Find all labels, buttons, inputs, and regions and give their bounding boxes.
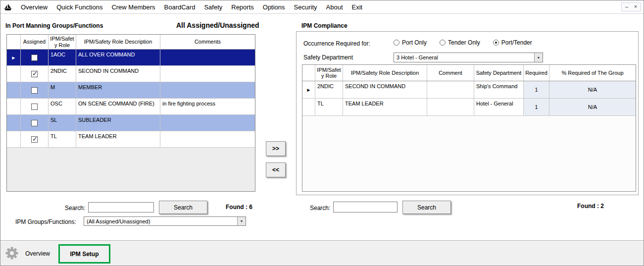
menu-item-crew-members[interactable]: Crew Members	[107, 1, 159, 13]
table-row[interactable]: 2NDIC SECOND IN COMMAND	[7, 66, 255, 82]
dropdown-arrow-icon[interactable]: ▼	[534, 53, 543, 62]
comment-cell[interactable]	[427, 99, 474, 116]
assigned-checkbox[interactable]	[31, 136, 38, 143]
menu-item-reports[interactable]: Reports	[227, 1, 258, 13]
role-cell[interactable]: TL	[315, 99, 343, 116]
radio-button-icon[interactable]	[440, 40, 446, 46]
assigned-cell[interactable]	[21, 131, 49, 148]
description-cell[interactable]: SECOND IN COMMAND	[76, 66, 160, 82]
menu-item-options[interactable]: Options	[258, 1, 290, 13]
table-row[interactable]: TL TEAM LEADER	[7, 131, 255, 148]
compliance-grid-header: IPM/Safety Role IPM/Safety Role Descript…	[302, 65, 636, 81]
pct-required-cell[interactable]: N/A	[549, 99, 636, 116]
department-cell[interactable]: Hotel - General	[474, 99, 524, 116]
assigned-cell[interactable]	[21, 115, 49, 131]
required-cell[interactable]: 1	[524, 99, 549, 116]
row-selector-cell[interactable]	[7, 82, 21, 99]
close-button[interactable]: ×	[632, 3, 640, 10]
table-row[interactable]: ► 1AOC ALL OVER COMMAND	[7, 50, 255, 66]
assigned-checkbox[interactable]	[31, 71, 38, 77]
assigned-cell[interactable]	[21, 99, 49, 115]
roles-grid-header: Assigned IPM/Safety Role IPM/Safety Role…	[7, 35, 255, 50]
description-cell[interactable]: TEAM LEADER	[343, 99, 427, 116]
table-row[interactable]: TL TEAM LEADER Hotel - General 1 N/A	[302, 99, 636, 116]
gear-icon	[4, 246, 19, 263]
row-selector-cell[interactable]: ►	[7, 50, 21, 66]
role-cell[interactable]: 1AOC	[49, 50, 76, 66]
role-cell[interactable]: SL	[49, 115, 76, 131]
assigned-checkbox[interactable]	[31, 104, 38, 110]
table-row[interactable]: SL SUBLEADER	[7, 115, 255, 131]
move-right-button[interactable]: >>	[266, 141, 286, 156]
assigned-cell[interactable]	[21, 82, 49, 99]
role-cell[interactable]: OSC	[49, 99, 76, 115]
description-cell[interactable]: ALL OVER COMMAND	[76, 50, 160, 66]
tab-overview[interactable]: Overview	[25, 250, 50, 257]
menu-item-safety[interactable]: Safety	[199, 1, 227, 13]
description-cell[interactable]: ON SCENE COMMAND (FIRE)	[76, 99, 160, 115]
move-left-button[interactable]: <<	[266, 162, 286, 177]
assigned-checkbox[interactable]	[31, 54, 38, 61]
right-search-button[interactable]: Search	[402, 201, 451, 214]
safety-department-select[interactable]: 3 Hotel - General ▼	[394, 53, 543, 62]
assigned-checkbox[interactable]	[31, 120, 38, 126]
row-selector-cell[interactable]: ►	[302, 81, 315, 99]
dropdown-arrow-icon[interactable]: ▼	[237, 217, 246, 225]
radio-button-icon[interactable]	[394, 40, 399, 46]
radio-button-icon[interactable]	[493, 40, 499, 46]
safety-department-label: Safety Department	[303, 54, 353, 61]
description-cell[interactable]: TEAM LEADER	[76, 131, 160, 148]
comments-cell[interactable]	[160, 50, 255, 66]
minimize-button[interactable]: –	[623, 3, 631, 10]
header-comment: Comment	[427, 65, 474, 81]
role-cell[interactable]: 2NDIC	[315, 81, 343, 99]
radio-port-only[interactable]: Port Only	[394, 39, 427, 46]
menu-item-overview[interactable]: Overview	[16, 1, 52, 13]
table-row[interactable]: OSC ON SCENE COMMAND (FIRE) in fire figh…	[7, 99, 255, 115]
right-search-input[interactable]	[333, 202, 397, 213]
role-cell[interactable]: M	[49, 82, 76, 99]
pct-required-cell[interactable]: N/A	[549, 81, 636, 99]
assigned-cell[interactable]	[21, 66, 49, 82]
row-selector-cell[interactable]	[7, 66, 21, 82]
comments-cell[interactable]	[160, 66, 255, 82]
assigned-cell[interactable]	[21, 50, 49, 66]
right-search-label: Search:	[310, 205, 330, 212]
radio-tender-only[interactable]: Tender Only	[440, 39, 480, 46]
radio-port-tender[interactable]: Port/Tender	[493, 39, 532, 46]
description-cell[interactable]: SUBLEADER	[76, 115, 160, 131]
role-cell[interactable]: TL	[49, 131, 76, 148]
compliance-grid: IPM/Safety Role IPM/Safety Role Descript…	[302, 64, 636, 192]
comments-cell[interactable]	[160, 115, 255, 131]
row-selector-cell[interactable]	[7, 99, 21, 115]
row-selector-cell[interactable]	[302, 99, 315, 116]
menu-item-exit[interactable]: Exit	[347, 1, 367, 13]
description-cell[interactable]: MEMBER	[76, 82, 160, 99]
header-required: Required	[524, 65, 549, 81]
table-row[interactable]: ► 2NDIC SECOND IN COMMAND Ship's Command…	[302, 81, 636, 99]
table-row[interactable]: M MEMBER	[7, 82, 255, 99]
menu-item-quick-functions[interactable]: Quick Functions	[52, 1, 107, 13]
menu-item-boardcard[interactable]: BoardCard	[160, 1, 200, 13]
tab-ipm-setup-label: IPM Setup	[70, 251, 99, 258]
comment-cell[interactable]	[427, 81, 474, 99]
ipm-groups-select[interactable]: (All Assigned/Unassigned) ▼	[84, 216, 246, 226]
row-selector-cell[interactable]	[7, 115, 21, 131]
comments-cell[interactable]: in fire fighting process	[160, 99, 255, 115]
comments-cell[interactable]	[160, 131, 255, 148]
row-selector-cell[interactable]	[7, 131, 21, 148]
menu-item-about[interactable]: About	[322, 1, 347, 13]
tab-ipm-setup[interactable]: IPM Setup	[58, 244, 110, 264]
left-search-input[interactable]	[88, 202, 154, 213]
assigned-checkbox[interactable]	[31, 87, 38, 94]
comments-cell[interactable]	[160, 82, 255, 99]
app-window: Overview Quick Functions Crew Members Bo…	[0, 0, 644, 266]
menu-item-security[interactable]: Security	[290, 1, 322, 13]
header-department: Safety Department	[474, 65, 524, 81]
left-search-button[interactable]: Search	[159, 201, 207, 214]
department-cell[interactable]: Ship's Command	[474, 81, 524, 99]
description-cell[interactable]: SECOND IN COMMAND	[343, 81, 427, 99]
role-cell[interactable]: 2NDIC	[49, 66, 76, 82]
safety-department-value: 3 Hotel - General	[394, 54, 534, 60]
required-cell[interactable]: 1	[524, 81, 549, 99]
